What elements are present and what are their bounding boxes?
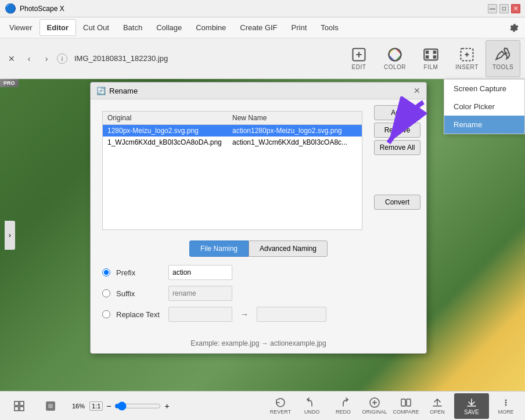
file-row-1[interactable]: 1_WJcm6KXdd_kB0I3cOA8oDA.png action1_WJc… <box>103 137 362 148</box>
compare-tool[interactable]: COMPARE <box>391 393 420 419</box>
zoom-controls: 16% 1:1 − + <box>70 401 171 411</box>
file-original-0: 1280px-Meizu_logo2.svg.png <box>107 127 232 135</box>
insert-tool-button[interactable]: INSERT <box>450 40 484 77</box>
rename-item[interactable]: Rename <box>444 116 524 134</box>
tools-tool-button[interactable]: ToOlS <box>486 40 520 77</box>
tab-bar: File Naming Advanced Naming <box>91 236 426 259</box>
film-tool-button[interactable]: FILM <box>413 40 448 77</box>
svg-rect-13 <box>20 407 24 411</box>
original-label: ORIGINAL <box>362 409 387 415</box>
open-label: OPEN <box>430 409 445 415</box>
replace-radio[interactable] <box>102 310 110 318</box>
color-tool-label: COLOR <box>384 64 406 70</box>
convert-button[interactable]: Convert <box>374 195 420 210</box>
file-newname-0: action1280px-Meizu_logo2.svg.png <box>232 127 357 135</box>
prev-button[interactable]: ‹ <box>22 52 36 66</box>
app-title: PhotoScape X <box>20 5 64 13</box>
zoom-minus[interactable]: − <box>105 401 112 411</box>
app-logo: 🔵 <box>5 3 16 14</box>
menu-viewer[interactable]: Viewer <box>2 20 39 35</box>
grid-tool[interactable] <box>5 393 34 419</box>
file-name: IMG_20180831_182230.jpg <box>74 54 168 63</box>
col-original-header: Original <box>107 114 232 122</box>
title-bar-left: 🔵 PhotoScape X <box>5 3 64 14</box>
layers-tool[interactable] <box>36 393 65 419</box>
color-tool-button[interactable]: COLOR <box>377 40 412 77</box>
close-button[interactable]: ✕ <box>511 4 520 13</box>
file-newname-1: action1_WJcm6KXdd_kB0I3cOA8c... <box>232 138 357 146</box>
suffix-input[interactable] <box>168 286 232 301</box>
tools-tool-label: ToOlS <box>492 64 513 70</box>
bottom-bar: 16% 1:1 − + REVERT UNDO REDO ORIGINAL <box>0 391 525 420</box>
minimize-button[interactable]: — <box>488 4 497 13</box>
svg-point-21 <box>505 404 507 406</box>
settings-icon[interactable] <box>504 19 523 37</box>
prefix-label: Prefix <box>116 268 163 277</box>
menu-cutout[interactable]: Cut Out <box>76 20 116 35</box>
svg-rect-10 <box>15 401 19 405</box>
remove-button[interactable]: Remove <box>374 123 420 138</box>
more-button[interactable]: MORE <box>491 393 520 419</box>
edit-tool-label: EDIT <box>352 64 366 70</box>
menu-combine[interactable]: Combine <box>189 20 233 35</box>
example-text: Example: example.jpg → actionexample.jpg <box>91 333 426 353</box>
prefix-radio[interactable] <box>102 268 110 277</box>
close-nav-button[interactable]: ✕ <box>5 52 19 66</box>
edit-tool-button[interactable]: EDIT <box>341 40 376 77</box>
file-list-header: Original New Name <box>103 112 362 125</box>
save-button[interactable]: SAVE <box>454 393 489 419</box>
info-button[interactable]: i <box>57 53 67 64</box>
zoom-slider[interactable] <box>114 401 161 411</box>
svg-rect-17 <box>401 399 405 406</box>
dialog-title: Rename <box>109 87 138 95</box>
svg-rect-11 <box>20 401 24 405</box>
film-tool-label: FILM <box>424 64 438 70</box>
panel-resize-handle[interactable]: › <box>5 221 15 250</box>
screen-capture-item[interactable]: Screen Capture <box>444 80 524 98</box>
svg-point-20 <box>505 402 507 404</box>
zoom-plus[interactable]: + <box>163 401 170 411</box>
prefix-input[interactable] <box>168 265 232 280</box>
tab-file-naming[interactable]: File Naming <box>189 240 249 257</box>
replace-from-input[interactable] <box>168 307 232 322</box>
menu-collage[interactable]: Collage <box>149 20 189 35</box>
prefix-row: Prefix <box>102 265 415 280</box>
menu-tools[interactable]: Tools <box>314 20 345 35</box>
side-buttons: Add Remove Remove All Convert <box>374 105 420 210</box>
color-picker-item[interactable]: Color Picker <box>444 98 524 116</box>
file-list-body: 1280px-Meizu_logo2.svg.png action1280px-… <box>103 125 362 229</box>
undo-tool[interactable]: UNDO <box>297 393 326 419</box>
menu-bar: Viewer Editor Cut Out Batch Collage Comb… <box>0 17 525 38</box>
replace-row: Replace Text → <box>102 307 415 322</box>
tab-advanced-naming[interactable]: Advanced Naming <box>249 240 328 257</box>
revert-tool[interactable]: REVERT <box>266 393 295 419</box>
svg-rect-18 <box>407 399 411 406</box>
dialog-close-button[interactable]: ✕ <box>413 86 420 95</box>
menu-editor[interactable]: Editor <box>39 19 77 36</box>
suffix-radio[interactable] <box>102 289 110 297</box>
replace-to-input[interactable] <box>257 307 326 322</box>
toolbar: ✕ ‹ › i IMG_20180831_182230.jpg EDIT COL… <box>0 38 525 79</box>
redo-tool[interactable]: REDO <box>329 393 358 419</box>
svg-rect-6 <box>426 56 429 58</box>
menu-print[interactable]: Print <box>285 20 314 35</box>
add-button[interactable]: Add <box>374 105 420 120</box>
compare-label: COMPARE <box>393 409 419 415</box>
svg-point-19 <box>505 400 507 401</box>
suffix-label: Suffix <box>116 289 163 298</box>
dialog-titlebar: 🔄 Rename ✕ <box>91 82 426 99</box>
open-tool[interactable]: OPEN <box>423 393 452 419</box>
remove-all-button[interactable]: Remove All <box>374 140 420 155</box>
redo-label: REDO <box>336 409 351 415</box>
replace-label: Replace Text <box>116 310 163 319</box>
revert-label: REVERT <box>270 409 291 415</box>
toolbar-right: EDIT COLOR FILM <box>341 40 520 77</box>
undo-label: UNDO <box>304 409 320 415</box>
original-tool[interactable]: ORIGINAL <box>360 393 389 419</box>
menu-batch[interactable]: Batch <box>116 20 149 35</box>
menu-creategif[interactable]: Create GIF <box>233 20 284 35</box>
file-row-0[interactable]: 1280px-Meizu_logo2.svg.png action1280px-… <box>103 125 362 137</box>
maximize-button[interactable]: □ <box>499 4 509 13</box>
title-bar-controls: — □ ✕ <box>488 4 520 13</box>
next-button[interactable]: › <box>39 52 53 66</box>
